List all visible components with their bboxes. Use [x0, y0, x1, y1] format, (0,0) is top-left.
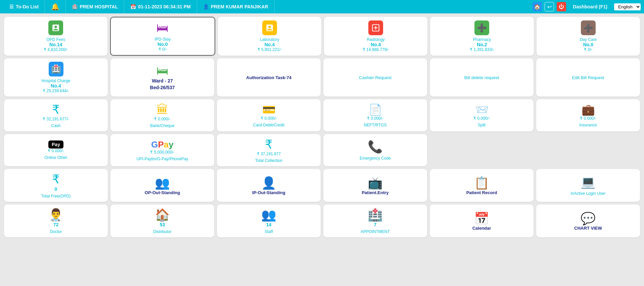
hospital-charge-value: No.4 [51, 83, 61, 89]
cash-card[interactable]: ₹ ₹ 32,191.677/- Cash [4, 99, 108, 131]
hospital-charge-amount: ₹ 25,239.644/- [43, 89, 69, 93]
bank-icon: 🏛 [156, 103, 169, 117]
menu-icon: ☰ [9, 4, 14, 9]
auth-task-card[interactable]: Authorization Task-74 [217, 58, 321, 97]
gpay-icon: GPay [151, 139, 174, 150]
row-services: OPD Fees No.14 ₹ 4,810.200/- 🛏 IPD-Stay … [4, 17, 640, 56]
row-collection: Pay ₹ 0.000/- Online Other GPay ₹ 5,000.… [4, 134, 640, 166]
bell-icon: 🔔 [51, 3, 59, 11]
pharmacy-amount: ₹ 1,391.833/- [470, 47, 494, 52]
daycare-icon: ➕ [581, 20, 596, 35]
home-button[interactable]: 🏠 [533, 2, 542, 11]
staff-card[interactable]: 👥 14 Staff [217, 205, 321, 237]
todo-list[interactable]: ☰ To-Do List [3, 0, 45, 13]
emergency-code-card[interactable]: 📞 Emergency Code [323, 134, 427, 166]
main-content: OPD Fees No.14 ₹ 4,810.200/- 🛏 IPD-Stay … [0, 13, 644, 241]
auth-task-label: Authorization Task-74 [246, 75, 291, 80]
neft-card[interactable]: 📄 ₹ 0.000/- NEFT/RTGS [323, 99, 427, 131]
op-outstanding-icon: 👥 [155, 176, 170, 190]
edit-bill-card[interactable]: Edit Bill Request [536, 58, 640, 97]
doctor-value: 72 [53, 222, 59, 227]
radio-icon [368, 20, 383, 35]
patient-entry-card[interactable]: 📺 Patient.Entry [323, 169, 427, 202]
empty-card-1 [430, 134, 534, 166]
hospital-charge-card[interactable]: 🏥 Hospital Charge No.4 ₹ 25,239.644/- [4, 58, 108, 97]
calendar-card[interactable]: 📅 Calendar [430, 205, 534, 237]
laboratory-card[interactable]: Laboratory No.4 ₹ 5,901.221/- [218, 17, 321, 56]
row-payments: ₹ ₹ 32,191.677/- Cash 🏛 ₹ 0.000/- Bank/C… [4, 99, 640, 131]
card-amount: ₹ 0.000/- [261, 116, 277, 121]
row-hospital-info: 🏥 Hospital Charge No.4 ₹ 25,239.644/- 🛏 … [4, 58, 640, 97]
split-card[interactable]: 📨 ₹ 0.000/- Split [430, 99, 534, 131]
appointment-card[interactable]: 🏥 7 APPOINTMENT [323, 205, 427, 237]
daycare-card[interactable]: ➕ Day Care No.0 ₹ 0/- [537, 17, 640, 56]
patient-entry-label: Patient.Entry [362, 190, 388, 195]
user-name: 👤 PREM KUMAR PANJIKAR [197, 0, 275, 13]
total-free-label: Total Free(OPD) [41, 194, 71, 198]
patient-record-card[interactable]: 📋 Patient Record [430, 169, 534, 202]
lab-value: No.4 [265, 42, 275, 47]
power-button[interactable]: ⏻ [557, 2, 566, 11]
total-collection-card[interactable]: ₹ ₹ 37,191.677 Total Collection [217, 134, 321, 166]
inactive-login-card[interactable]: 💻 InActive Login User [536, 169, 640, 202]
total-free-card[interactable]: ₹ 0 Total Free(OPD) [4, 169, 108, 202]
inactive-login-label: InActive Login User [570, 191, 605, 196]
pharmacy-label: Pharmacy [473, 37, 491, 42]
row-stats: 👨‍⚕️ 72 Doctor 🏠 53 Distributor 👥 14 Sta… [4, 205, 640, 237]
upi-label: UPI-Paytm/G-Pay/PhonePay [136, 157, 188, 161]
inactive-login-icon: 💻 [581, 175, 596, 189]
doctor-label: Doctor [50, 229, 62, 234]
staff-icon: 👥 [261, 208, 276, 222]
bill-delete-label: Bill delete request [464, 75, 499, 80]
online-other-card[interactable]: Pay ₹ 0.000/- Online Other [4, 134, 108, 166]
daycare-label: Day Care [580, 37, 597, 42]
insurance-label: Insurance [579, 123, 597, 127]
neft-icon: 📄 [369, 103, 382, 116]
bank-amount: ₹ 0.000/- [154, 117, 171, 121]
card-label: Card-Debit/Credit [253, 123, 284, 127]
debit-card-icon: 💳 [262, 103, 276, 116]
opd-fees-card[interactable]: OPD Fees No.14 ₹ 4,810.200/- [4, 17, 107, 56]
calendar-label: Calendar [472, 226, 491, 231]
patient-entry-icon: 📺 [368, 176, 383, 190]
ward-label: Ward - 27 [152, 78, 173, 84]
language-selector[interactable]: English [614, 3, 641, 10]
distributor-icon: 🏠 [155, 208, 170, 222]
staff-value: 14 [266, 222, 272, 227]
bell-notification[interactable]: 🔔 [45, 0, 66, 13]
opd-fees-value: No.14 [49, 42, 62, 47]
ward-icon: 🛏 [156, 64, 169, 78]
daycare-amount: ₹ 0/- [584, 47, 592, 52]
cashier-request-card[interactable]: Cashier Request [323, 58, 427, 97]
total-collection-icon: ₹ [265, 137, 273, 152]
calendar-icon: 📅 [130, 4, 136, 9]
dashboard-label: Dashboard (F1) [569, 4, 611, 9]
emergency-code-label: Emergency Code [360, 156, 391, 161]
total-collection-amount: ₹ 37,191.677 [257, 152, 281, 156]
split-icon: 📨 [475, 103, 489, 116]
ipd-stay-card[interactable]: 🛏 IPD-Stay No.0 ₹ 0/- [110, 17, 215, 56]
upi-card[interactable]: GPay ₹ 5,000.000/- UPI-Paytm/G-Pay/Phone… [110, 134, 214, 166]
radiology-card[interactable]: Radiology No.4 ₹ 14,988.779/- [324, 17, 427, 56]
lab-label: Laboratory [260, 37, 279, 42]
appointment-icon: 🏥 [368, 208, 383, 222]
doctor-card[interactable]: 👨‍⚕️ 72 Doctor [4, 205, 108, 237]
pharmacy-card[interactable]: ➕ Pharmacy No.2 ₹ 1,391.833/- [430, 17, 534, 56]
bank-card[interactable]: 🏛 ₹ 0.000/- Bank/Cheque [110, 99, 214, 131]
distributor-label: Distributor [153, 229, 172, 234]
chart-view-label: CHART VIEW [574, 226, 602, 231]
ip-outstanding-card[interactable]: 👤 IP-Out-Standing [217, 169, 321, 202]
split-amount: ₹ 0.000/- [473, 116, 490, 121]
ipd-stay-value: No.0 [157, 42, 168, 47]
cash-icon: ₹ [52, 103, 60, 117]
card-payment-card[interactable]: 💳 ₹ 0.000/- Card-Debit/Credit [217, 99, 321, 131]
chart-view-card[interactable]: 💬 CHART VIEW [536, 205, 640, 237]
user-icon: 👤 [203, 4, 209, 9]
ward-card[interactable]: 🛏 Ward - 27 Bed-26/537 [110, 58, 214, 97]
distributor-card[interactable]: 🏠 53 Distributor [110, 205, 214, 237]
insurance-card[interactable]: 💼 ₹ 0.000/- Insurance [536, 99, 640, 131]
bill-delete-card[interactable]: Bill delete request [430, 58, 534, 97]
appointment-label: APPOINTMENT [361, 229, 390, 234]
refresh-button[interactable]: ↩ [545, 2, 554, 11]
op-outstanding-card[interactable]: 👥 OP-Out-Standing [110, 169, 214, 202]
